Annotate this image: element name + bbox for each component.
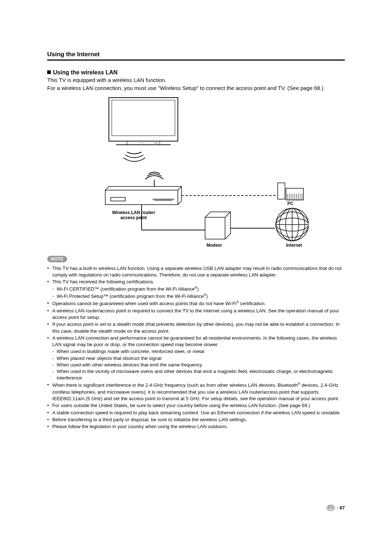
note-subitem: When used with other wireless devices th…	[52, 362, 345, 368]
subheading: Using the wireless LAN	[47, 69, 345, 76]
page-number: 67	[340, 505, 345, 510]
note-sublist: Wi-Fi CERTIFIED™ (certification program …	[52, 286, 345, 300]
pc-icon	[278, 183, 303, 200]
globe-icon	[276, 208, 309, 241]
svg-rect-0	[109, 98, 178, 141]
wifi-waves-router-icon	[145, 172, 163, 186]
note-item: Operations cannot be guaranteed when use…	[47, 300, 345, 307]
note-badge: NOTE	[47, 256, 67, 262]
page-footer: EN - 67	[327, 505, 345, 510]
note-item: This TV has received the following certi…	[47, 279, 345, 300]
pc-label: PC	[279, 201, 301, 206]
section-title: Using the Internet	[47, 51, 345, 58]
note-subitem: When placed near objects that obstruct t…	[52, 355, 345, 362]
network-diagram-svg	[83, 96, 309, 248]
note-item: A wireless LAN router/access point is re…	[47, 308, 345, 321]
section-rule	[47, 59, 345, 61]
intro-line-2: For a wireless LAN connection, you must …	[47, 85, 345, 92]
note-subitem: Wi-Fi CERTIFIED™ (certification program …	[52, 286, 345, 293]
note-item: For users outside the United States, be …	[47, 402, 345, 409]
intro-line-1: This TV is equipped with a wireless LAN …	[47, 77, 345, 84]
modem-label: Modem	[200, 243, 229, 248]
modem-icon	[205, 212, 230, 239]
footer-sep: -	[335, 505, 340, 510]
svg-rect-9	[111, 197, 125, 201]
internet-label: Internet	[279, 243, 309, 248]
network-diagram: Wireless LAN router/access point PC Mode…	[83, 96, 309, 248]
note-item: When there is significant interference i…	[47, 382, 345, 402]
subheading-text: Using the wireless LAN	[53, 69, 118, 75]
note-item: A wireless LAN connection and performanc…	[47, 335, 345, 382]
square-bullet-icon	[47, 70, 51, 74]
note-subitem: Wi-Fi Protected Setup™ (certification pr…	[52, 293, 345, 300]
router-icon	[105, 186, 181, 205]
router-label: Wireless LAN router/access point	[105, 210, 163, 220]
svg-rect-1	[112, 100, 175, 136]
wifi-waves-tv-icon	[123, 152, 145, 161]
note-subitem: When used in buildings made with concret…	[52, 348, 345, 355]
note-item: If your access point is set to a stealth…	[47, 321, 345, 334]
note-item: Before transferring to a third party or …	[47, 416, 345, 423]
note-subitem: When used in the vicinity of microwave o…	[52, 368, 345, 381]
tv-icon	[109, 98, 178, 145]
lang-badge: EN	[327, 505, 335, 510]
note-item: Please follow the legislation in your co…	[47, 423, 345, 430]
svg-rect-12	[278, 183, 285, 199]
note-sublist: When used in buildings made with concret…	[52, 348, 345, 381]
notes-list: This TV has a built-in wireless LAN func…	[47, 265, 345, 430]
svg-rect-24	[205, 217, 225, 239]
note-item: A stable connection speed is required to…	[47, 410, 345, 416]
note-item: This TV has a built-in wireless LAN func…	[47, 265, 345, 278]
